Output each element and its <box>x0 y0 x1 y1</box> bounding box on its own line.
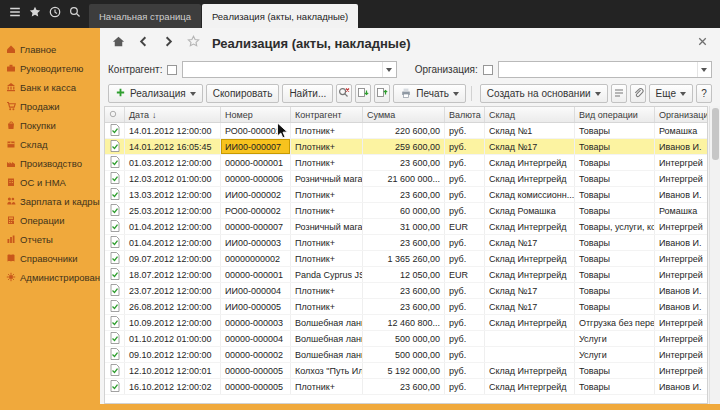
list-settings-button[interactable] <box>611 84 627 103</box>
cell-status[interactable] <box>105 139 125 154</box>
cell-status[interactable] <box>105 347 125 362</box>
cell-amount[interactable]: 23 600,00 <box>363 299 445 314</box>
table-row[interactable]: 25.03.2012 12:00:00РО00-000002Плотник+60… <box>105 203 707 219</box>
table-row[interactable]: 10.09.2012 12:00:0000000-000003Волшебная… <box>105 315 707 331</box>
cell-operation-type[interactable]: Товары <box>575 139 655 154</box>
cell-counterparty[interactable]: Panda Cyprus JSC <box>291 267 363 282</box>
cell-warehouse[interactable]: Склад №17 <box>485 139 575 154</box>
cell-organization[interactable]: Ромашка <box>655 203 707 218</box>
cell-status[interactable] <box>105 219 125 234</box>
cell-operation-type[interactable]: Услуги <box>575 331 655 346</box>
cell-amount[interactable]: 500 000,00 <box>363 331 445 346</box>
cell-status[interactable] <box>105 331 125 346</box>
cell-operation-type[interactable]: Товары <box>575 235 655 250</box>
counterparty-filter-checkbox[interactable] <box>167 65 177 75</box>
cell-counterparty[interactable]: Плотник+ <box>291 203 363 218</box>
table-row[interactable]: 26.08.2012 12:00:00ИИ00-000005Плотник+23… <box>105 299 707 315</box>
sidebar-item-fixed-assets[interactable]: ОС и НМА <box>0 173 100 192</box>
cell-warehouse[interactable]: Склад Интергрейд <box>485 155 575 170</box>
tab-home-page[interactable]: Начальная страница <box>89 4 201 28</box>
cell-number[interactable]: 00000-000007 <box>221 219 291 234</box>
cell-warehouse[interactable]: Склад Интергрейд <box>485 315 575 330</box>
cell-counterparty[interactable]: Плотник+ <box>291 379 363 394</box>
cell-operation-type[interactable]: Товары, услуги, ко... <box>575 219 655 234</box>
create-based-on-button[interactable]: Создать на основании <box>480 84 608 103</box>
cell-currency[interactable]: EUR <box>445 267 485 282</box>
cell-counterparty[interactable]: Плотник+ <box>291 155 363 170</box>
cell-organization[interactable]: Иванов И. <box>655 283 707 298</box>
counterparty-dropdown-button[interactable] <box>382 62 396 77</box>
cell-warehouse[interactable]: Склад Интергрейд <box>485 267 575 282</box>
cell-currency[interactable]: руб. <box>445 299 485 314</box>
cell-currency[interactable]: руб. <box>445 155 485 170</box>
cell-amount[interactable]: 23 600,00 <box>363 187 445 202</box>
cell-number[interactable]: ИИ00-000002 <box>221 187 291 202</box>
cell-counterparty[interactable]: Плотник+ <box>291 139 363 154</box>
cell-counterparty[interactable]: Розничный магаз... <box>291 171 363 186</box>
cell-currency[interactable]: руб. <box>445 315 485 330</box>
global-search-button[interactable] <box>66 6 83 23</box>
cell-currency[interactable]: руб. <box>445 203 485 218</box>
cell-operation-type[interactable]: Товары <box>575 123 655 138</box>
create-document-button[interactable]: Реализация <box>108 84 203 103</box>
cell-amount[interactable]: 5 192 000,00 <box>363 363 445 378</box>
cell-status[interactable] <box>105 171 125 186</box>
cell-organization[interactable]: Интергрей <box>655 171 707 186</box>
cell-number[interactable]: ИИ00-000003 <box>221 235 291 250</box>
sidebar-item-operations[interactable]: Операции <box>0 211 100 230</box>
cell-currency[interactable]: руб. <box>445 187 485 202</box>
cell-warehouse[interactable]: Склад Интергрейд <box>485 171 575 186</box>
cell-number[interactable]: 00000-000006 <box>221 171 291 186</box>
help-button[interactable]: ? <box>696 84 712 103</box>
cell-warehouse[interactable] <box>485 331 575 346</box>
cell-status[interactable] <box>105 155 125 170</box>
cell-number[interactable]: 00000-000001 <box>221 155 291 170</box>
sidebar-item-administration[interactable]: Администрирование <box>0 268 100 287</box>
cell-date[interactable]: 01.03.2012 12:00:00 <box>125 155 221 170</box>
table-row[interactable]: 01.03.2012 12:00:0000000-000001Плотник+2… <box>105 155 707 171</box>
cell-number[interactable]: РО00-000002 <box>221 203 291 218</box>
cell-amount[interactable]: 23 600,00 <box>363 235 445 250</box>
cell-counterparty[interactable]: Розничный магаз... <box>291 219 363 234</box>
cell-currency[interactable]: руб. <box>445 251 485 266</box>
table-row[interactable]: 14.01.2012 16:05:45ИИ00-000007Плотник+25… <box>105 139 707 155</box>
cell-date[interactable]: 01.04.2012 12:00:00 <box>125 235 221 250</box>
cell-warehouse[interactable]: Склад №1 <box>485 123 575 138</box>
sidebar-item-sales[interactable]: Продажи <box>0 97 100 116</box>
cell-amount[interactable]: 1 365 260,00 <box>363 251 445 266</box>
cell-organization[interactable]: Иванов И. <box>655 139 707 154</box>
organization-dropdown-button[interactable] <box>697 62 711 77</box>
cell-currency[interactable]: руб. <box>445 171 485 186</box>
cell-number[interactable]: РО00-000001 <box>221 123 291 138</box>
cell-number[interactable]: 00000-000002 <box>221 347 291 362</box>
cell-warehouse[interactable]: Склад Интергрейд <box>485 219 575 234</box>
export-list-button[interactable] <box>355 84 371 103</box>
cell-operation-type[interactable]: Товары <box>575 267 655 282</box>
cell-counterparty[interactable]: Плотник+ <box>291 283 363 298</box>
cell-status[interactable] <box>105 379 125 394</box>
sidebar-item-reports[interactable]: Отчеты <box>0 230 100 249</box>
attachments-button[interactable] <box>630 84 646 103</box>
sidebar-item-warehouse[interactable]: Склад <box>0 135 100 154</box>
cell-amount[interactable]: 12 460 800... <box>363 315 445 330</box>
cell-warehouse[interactable]: Склад Ромашка <box>485 203 575 218</box>
back-button[interactable] <box>133 33 153 53</box>
cell-date[interactable]: 01.04.2012 12:00:00 <box>125 219 221 234</box>
cell-amount[interactable]: 12 050,00 <box>363 267 445 282</box>
column-header-organization[interactable]: Организация <box>655 107 707 122</box>
sidebar-item-main[interactable]: Главное <box>0 40 100 59</box>
cell-warehouse[interactable]: Склад №17 <box>485 283 575 298</box>
sidebar-item-production[interactable]: Производство <box>0 154 100 173</box>
table-row[interactable]: 13.03.2012 12:00:00ИИ00-000002Плотник+23… <box>105 187 707 203</box>
clear-search-button[interactable] <box>336 84 352 103</box>
column-header-amount[interactable]: Сумма <box>363 107 445 122</box>
table-row[interactable]: 18.07.2012 12:00:0000000-000001Panda Cyp… <box>105 267 707 283</box>
cell-number[interactable]: 00000-000005 <box>221 379 291 394</box>
more-actions-button[interactable]: Еще <box>649 84 693 103</box>
sidebar-item-manager[interactable]: Руководителю <box>0 59 100 78</box>
cell-currency[interactable]: EUR <box>445 219 485 234</box>
sidebar-item-bank[interactable]: Банк и касса <box>0 78 100 97</box>
forward-button[interactable] <box>158 33 178 53</box>
sidebar-item-references[interactable]: Справочники <box>0 249 100 268</box>
cell-counterparty[interactable]: Плотник+ <box>291 187 363 202</box>
